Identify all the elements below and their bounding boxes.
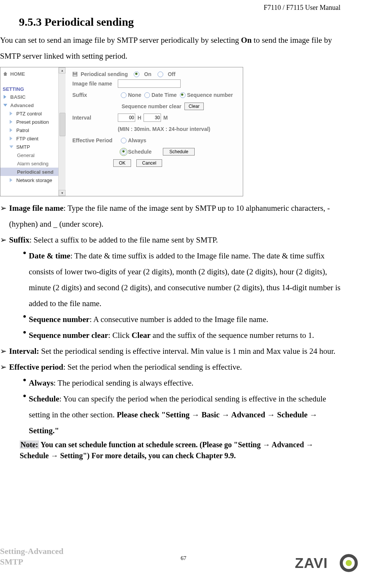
arrow-icon xyxy=(9,177,14,183)
bullet-marker: ➢ xyxy=(0,359,9,375)
radio-off-label: Off xyxy=(168,71,175,77)
sidebar-scrollbar[interactable]: ▴ ▾ xyxy=(58,67,66,196)
nav-smtp[interactable]: SMTP xyxy=(0,143,66,151)
nav-basic[interactable]: BASIC xyxy=(0,93,66,101)
radio-sequence[interactable] xyxy=(180,92,186,98)
svg-text:ZAVI: ZAVI xyxy=(295,555,328,571)
scroll-thumb[interactable] xyxy=(59,113,66,136)
footer-line1: Setting-Advanced xyxy=(0,546,63,557)
dot-marker: • xyxy=(23,375,29,391)
int-b: Interval: xyxy=(9,347,39,356)
subbullet-schedule: • Schedule: You can specify the period w… xyxy=(23,391,344,439)
nav-network[interactable]: Network storage xyxy=(0,176,66,184)
seqc-t1: : Click xyxy=(108,331,132,340)
img-b: Image file name xyxy=(9,204,63,213)
subbullet-datetime: • Date & time: The date & time suffix is… xyxy=(23,248,344,311)
effective-period-label: Effective Period xyxy=(72,137,118,143)
svg-point-5 xyxy=(346,560,352,566)
bullet-effective: ➢ Effective period: Set the period when … xyxy=(0,359,344,375)
seqc-b: Sequence number clear xyxy=(29,331,108,340)
seq-b: Sequence number xyxy=(29,315,89,324)
nav-patrol[interactable]: Patrol xyxy=(0,126,66,134)
suffix-label: Suffix xyxy=(72,92,118,98)
footer-section-path: Setting-Advanced SMTP xyxy=(0,546,63,567)
cancel-button[interactable]: Cancel xyxy=(136,159,162,167)
nav-basic-label: BASIC xyxy=(10,94,25,100)
nav-periodical-label: Periodical send xyxy=(17,169,53,175)
radio-always[interactable] xyxy=(121,138,126,143)
nav-ptz-label: PTZ control xyxy=(16,111,42,117)
dt-b: Date & time xyxy=(29,251,70,260)
seq-clear-row: Sequence number clear Clear xyxy=(72,101,239,111)
image-file-name-input[interactable] xyxy=(118,79,181,88)
nav-preset-label: Preset position xyxy=(16,119,49,125)
suffix-row: Suffix None Date Time Sequence number xyxy=(72,90,239,100)
nav-periodical[interactable]: Periodical send xyxy=(0,168,66,176)
dot-marker: • xyxy=(23,248,29,311)
image-file-name-label: Image file name xyxy=(72,81,118,87)
interval-minutes-input[interactable] xyxy=(144,114,161,122)
nav-setting-label: SETTING xyxy=(0,84,66,93)
nav-preset[interactable]: Preset position xyxy=(0,118,66,126)
radio-always-label: Always xyxy=(128,137,146,143)
interval-hint: (MIN : 30min. MAX : 24-hour interval) xyxy=(118,126,210,132)
radio-none-label: None xyxy=(128,92,141,98)
nav-ftp[interactable]: FTP client xyxy=(0,134,66,143)
subbullet-seq: • Sequence number: A consecutive number … xyxy=(23,311,344,327)
section-number: 9.5.3 xyxy=(19,16,42,28)
nav-patrol-label: Patrol xyxy=(16,128,29,133)
section-title: 9.5.3 Periodical sending xyxy=(19,16,344,28)
ok-button[interactable]: OK xyxy=(113,159,131,167)
eff-t: : Set the period when the periodical sen… xyxy=(63,362,242,372)
arrow-down-icon xyxy=(9,144,14,149)
scroll-up-icon[interactable]: ▴ xyxy=(59,67,66,73)
h-unit: H xyxy=(137,115,141,121)
interval-row: Interval H M xyxy=(72,113,239,123)
suf-b: Suffix xyxy=(9,235,30,244)
nav-ptz[interactable]: PTZ control xyxy=(0,109,66,118)
arrow-icon xyxy=(9,128,14,133)
scroll-down-icon[interactable]: ▾ xyxy=(59,190,66,196)
radio-none[interactable] xyxy=(121,92,126,98)
seqc-bold: Clear xyxy=(131,331,150,340)
sch-b: Schedule xyxy=(29,394,59,403)
radio-off[interactable] xyxy=(158,72,163,77)
alw-t: : The periodical sending is always effec… xyxy=(53,378,194,387)
nav-general-label: General xyxy=(17,152,34,158)
nav-alarm[interactable]: Alarm sending xyxy=(0,159,66,168)
interval-hint-row: (MIN : 30min. MAX : 24-hour interval) xyxy=(72,124,239,134)
radio-on-label: On xyxy=(144,71,151,77)
radio-schedule[interactable] xyxy=(121,149,126,155)
arrow-icon xyxy=(9,111,14,116)
clear-button[interactable]: Clear xyxy=(184,103,204,110)
settings-screenshot: HOME SETTING BASIC Advanced PTZ control … xyxy=(0,67,243,196)
svg-rect-1 xyxy=(74,72,77,73)
schedule-row: Schedule Schedule xyxy=(72,147,239,157)
radio-schedule-label: Schedule xyxy=(128,149,151,155)
svg-rect-2 xyxy=(73,75,77,76)
schedule-button[interactable]: Schedule xyxy=(163,148,195,156)
nav-advanced[interactable]: Advanced xyxy=(0,101,66,109)
dot-marker: • xyxy=(23,391,29,439)
note-paragraph: Note: You can set schedule function at s… xyxy=(20,439,344,461)
nav-general[interactable]: General xyxy=(0,151,66,159)
arrow-icon xyxy=(9,119,14,124)
int-t: Set the periodical sending is effective … xyxy=(39,347,335,356)
home-icon xyxy=(3,71,8,76)
effective-period-row: Effective Period Always xyxy=(72,135,239,145)
nav-ftp-label: FTP client xyxy=(16,136,38,142)
interval-hours-input[interactable] xyxy=(118,114,135,122)
bullet-image-file-name: ➢ Image file name: Type the file name of… xyxy=(0,200,344,232)
form-panel: Periodical sending On Off Image file nam… xyxy=(72,71,239,170)
m-unit: M xyxy=(163,115,168,121)
bullet-marker: ➢ xyxy=(0,200,9,232)
radio-datetime[interactable] xyxy=(144,92,150,98)
bullet-interval: ➢ Interval: Set the periodical sending i… xyxy=(0,343,344,359)
nav-home[interactable]: HOME xyxy=(0,70,66,78)
radio-on[interactable] xyxy=(134,72,139,77)
seq-t: : A consecutive number is added to the I… xyxy=(89,315,268,324)
nav-smtp-label: SMTP xyxy=(16,144,30,150)
nav-network-label: Network storage xyxy=(16,177,52,183)
subbullet-always: • Always: The periodical sending is alwa… xyxy=(23,375,344,391)
bullet-suffix: ➢ Suffix: Select a suffix to be added to… xyxy=(0,232,344,248)
